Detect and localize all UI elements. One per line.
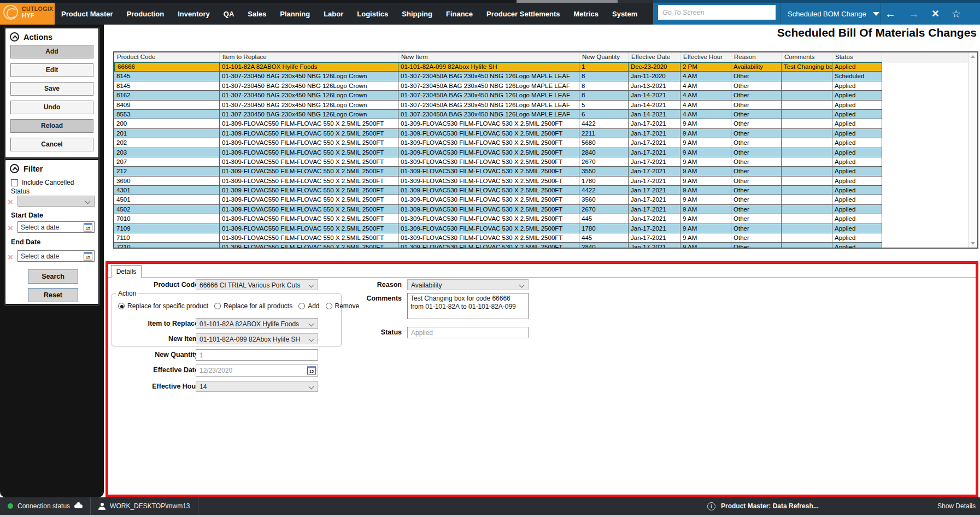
status-filter-select[interactable] xyxy=(17,196,95,207)
column-header-reason[interactable]: Reason xyxy=(731,52,782,62)
calendar-icon[interactable]: 15 xyxy=(84,252,92,260)
effective-date-value: 12/23/2020 xyxy=(199,367,232,374)
radio-icon[interactable] xyxy=(214,303,221,309)
menu-item-labor[interactable]: Labor xyxy=(324,10,343,18)
table-row[interactable]: 450101-309-FLOVAC550 FILM-FLOVAC 550 X 2… xyxy=(114,195,968,204)
column-header-new-item[interactable]: New Item xyxy=(398,52,579,62)
radio-option-replace-for-specific-product[interactable]: Replace for specific product xyxy=(118,302,208,310)
collapse-filter-icon[interactable] xyxy=(10,164,19,173)
menu-item-shipping[interactable]: Shipping xyxy=(402,10,432,18)
menu-item-producer-settlements[interactable]: Producer Settlements xyxy=(486,10,560,18)
table-row[interactable]: 20301-309-FLOVAC550 FILM-FLOVAC 550 X 2.… xyxy=(114,148,968,157)
table-row[interactable]: 701001-309-FLOVAC550 FILM-FLOVAC 550 X 2… xyxy=(114,214,968,224)
item-to-replace-select[interactable]: 01-101-82A 82ABOX Hylife Foods xyxy=(196,318,318,329)
menu-item-metrics[interactable]: Metrics xyxy=(573,10,598,18)
column-header-effective-hour[interactable]: Effective Hour xyxy=(680,52,731,62)
new-quantity-input[interactable]: 1 xyxy=(196,349,318,361)
status-input[interactable]: Applied xyxy=(407,327,529,338)
start-date-input[interactable]: Select a date 15 xyxy=(17,221,95,233)
add-button[interactable]: Add xyxy=(10,45,93,58)
table-row[interactable]: 816201-307-230450 BAG 230x450 NBG 126Log… xyxy=(114,91,968,100)
cancel-button[interactable]: Cancel xyxy=(10,138,93,151)
end-date-input[interactable]: Select a date 15 xyxy=(17,250,95,262)
menu-item-inventory[interactable]: Inventory xyxy=(178,10,210,18)
back-icon[interactable]: ← xyxy=(885,8,896,19)
clear-start-date-icon[interactable]: × xyxy=(8,224,13,233)
table-row[interactable]: 814501-307-230450 BAG 230x450 NBG 126Log… xyxy=(114,72,968,81)
vertical-scrollbar[interactable] xyxy=(968,52,977,248)
close-icon[interactable]: × xyxy=(932,8,939,20)
clear-status-icon[interactable]: × xyxy=(8,197,13,207)
undo-button[interactable]: Undo xyxy=(10,101,93,114)
table-cell: Other xyxy=(731,81,782,91)
column-header-effective-date[interactable]: Effective Date xyxy=(629,52,680,62)
table-cell: Applied xyxy=(832,233,882,243)
radio-option-remove[interactable]: Remove xyxy=(326,302,360,310)
radio-option-replace-for-all-products[interactable]: Replace for all products xyxy=(214,302,292,310)
menu-item-qa[interactable]: QA xyxy=(224,10,234,18)
favorite-icon[interactable]: ☆ xyxy=(952,9,961,19)
radio-icon[interactable] xyxy=(326,303,332,309)
effective-hour-select[interactable]: 14 xyxy=(196,381,318,392)
clear-end-date-icon[interactable]: × xyxy=(8,252,13,262)
new-item-select[interactable]: 01-101-82A-099 82Abox Hylife SH xyxy=(196,333,318,344)
column-header-item-to-replace[interactable]: Item to Replace xyxy=(220,52,398,62)
forward-icon[interactable]: → xyxy=(908,8,919,19)
table-row[interactable]: 711001-309-FLOVAC550 FILM-FLOVAC 550 X 2… xyxy=(114,233,968,243)
brand-icon xyxy=(3,5,18,20)
table-row[interactable]: 855301-307-230450 BAG 230x450 NBG 126Log… xyxy=(114,110,968,119)
table-row[interactable]: 20001-309-FLOVAC550 FILM-FLOVAC 550 X 2.… xyxy=(114,119,968,128)
bom-changes-table: Product CodeItem to ReplaceNew ItemNew Q… xyxy=(113,51,978,249)
reset-button[interactable]: Reset xyxy=(28,288,78,302)
table-row[interactable]: 369001-309-FLOVAC550 FILM-FLOVAC 550 X 2… xyxy=(114,177,968,186)
include-cancelled-checkbox[interactable] xyxy=(11,179,18,186)
effective-date-input[interactable]: 12/23/2020 15 xyxy=(196,365,318,377)
radio-icon[interactable] xyxy=(118,303,125,309)
column-header-comments[interactable]: Comments xyxy=(782,52,832,62)
collapse-actions-icon[interactable] xyxy=(10,32,19,42)
product-code-select[interactable]: 66666 CI TRIAL Various Pork Cuts xyxy=(196,279,318,290)
scroll-down-icon[interactable] xyxy=(971,242,975,245)
table-cell: 9 AM xyxy=(680,243,731,248)
table-row[interactable]: 20201-309-FLOVAC550 FILM-FLOVAC 550 X 2.… xyxy=(114,138,968,148)
menu-item-planning[interactable]: Planning xyxy=(280,10,310,18)
edit-button[interactable]: Edit xyxy=(10,63,93,77)
table-row[interactable]: 20701-309-FLOVAC550 FILM-FLOVAC 550 X 2.… xyxy=(114,157,968,167)
radio-label: Replace for all products xyxy=(224,302,292,310)
tab-details[interactable]: Details xyxy=(111,265,142,278)
table-row[interactable]: 840901-307-230450 BAG 230x450 NBG 126Log… xyxy=(114,101,968,110)
table-cell xyxy=(782,129,832,138)
menu-item-logistics[interactable]: Logistics xyxy=(357,10,388,18)
table-header-row: Product CodeItem to ReplaceNew ItemNew Q… xyxy=(114,52,968,62)
show-details-link[interactable]: Show Details xyxy=(937,497,976,515)
calendar-icon[interactable]: 15 xyxy=(307,367,316,375)
radio-option-add[interactable]: Add xyxy=(298,302,319,310)
column-header-new-quantity[interactable]: New Quantity xyxy=(579,52,629,62)
menu-item-sales[interactable]: Sales xyxy=(248,10,266,18)
reload-button[interactable]: Reload xyxy=(10,119,93,133)
reason-select[interactable]: Availability xyxy=(407,279,529,290)
table-row[interactable]: 21201-309-FLOVAC550 FILM-FLOVAC 550 X 2.… xyxy=(114,167,968,176)
go-to-screen-input[interactable] xyxy=(658,5,776,20)
menu-item-production[interactable]: Production xyxy=(127,10,165,18)
scroll-up-icon[interactable] xyxy=(971,55,975,58)
table-row[interactable]: 814501-307-230450 BAG 230x450 NBG 126Log… xyxy=(114,81,968,91)
screen-selector[interactable]: Scheduled BOM Change xyxy=(788,3,879,25)
table-row[interactable]: 20101-309-FLOVAC550 FILM-FLOVAC 550 X 2.… xyxy=(114,129,968,138)
menu-item-product-master[interactable]: Product Master xyxy=(61,10,113,18)
table-cell: 01-307-230450A BAG 230x450 NBG 126Logo M… xyxy=(398,110,579,119)
calendar-icon[interactable]: 15 xyxy=(84,223,92,231)
menu-item-finance[interactable]: Finance xyxy=(446,10,473,18)
comments-textarea[interactable]: Test Changing box for code 66666 from 01… xyxy=(407,293,529,319)
table-row[interactable]: 710901-309-FLOVAC550 FILM-FLOVAC 550 X 2… xyxy=(114,224,968,233)
table-row[interactable]: 430101-309-FLOVAC550 FILM-FLOVAC 550 X 2… xyxy=(114,186,968,195)
save-button[interactable]: Save xyxy=(10,82,93,96)
table-row[interactable]: 6666601-101-82A 82ABOX Hylife Foods01-10… xyxy=(114,62,968,72)
table-row[interactable]: 450201-309-FLOVAC550 FILM-FLOVAC 550 X 2… xyxy=(114,205,968,214)
table-row[interactable]: 721001-309-FLOVAC550 FILM-FLOVAC 550 X 2… xyxy=(114,243,968,248)
column-header-status[interactable]: Status xyxy=(832,52,882,62)
radio-icon[interactable] xyxy=(298,303,305,309)
search-button[interactable]: Search xyxy=(28,269,78,284)
column-header-product-code[interactable]: Product Code xyxy=(114,52,220,62)
menu-item-system[interactable]: System xyxy=(612,10,637,18)
